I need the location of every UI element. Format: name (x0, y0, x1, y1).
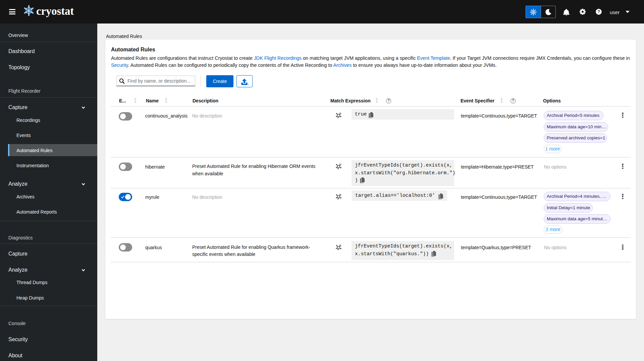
svg-text:c: c (28, 8, 30, 13)
svg-text:?: ? (597, 9, 600, 14)
